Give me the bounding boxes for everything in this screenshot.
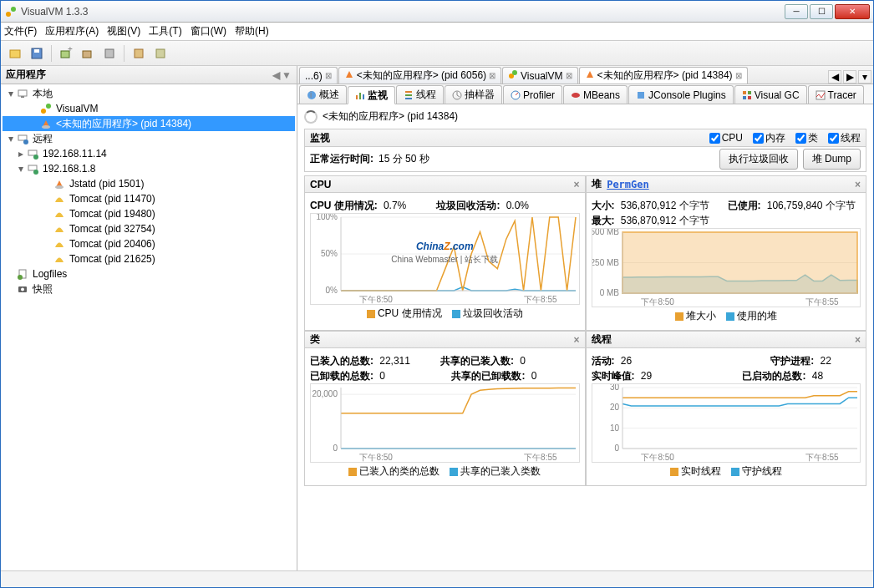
tab-more[interactable]: ...6)⊠ <box>299 67 338 84</box>
tree-node-tomcat3[interactable]: Tomcat (pid 32754) <box>3 221 295 236</box>
detach-button[interactable] <box>151 44 170 63</box>
tab-visualvm[interactable]: VisualVM⊠ <box>502 67 577 84</box>
close-icon[interactable]: ⊠ <box>566 71 572 80</box>
svg-rect-4 <box>34 49 39 53</box>
subtab-sampler[interactable]: 抽样器 <box>445 85 502 104</box>
open-snapshot-button[interactable] <box>6 44 24 63</box>
check-mem[interactable]: 内存 <box>753 131 785 145</box>
classes-chart: 020,000下午8:50下午8:55 <box>310 383 580 463</box>
minimize-button[interactable]: ─ <box>785 4 808 19</box>
tree-node-tomcat5[interactable]: Tomcat (pid 21625) <box>3 251 295 266</box>
maximize-button[interactable]: ☐ <box>810 4 833 19</box>
svg-text:20,000: 20,000 <box>312 389 338 398</box>
heap-dump-button[interactable]: 堆 Dump <box>803 149 861 170</box>
app-icon <box>4 5 18 18</box>
svg-rect-43 <box>638 92 644 99</box>
menu-app[interactable]: 应用程序(A) <box>45 24 99 38</box>
attach-button[interactable] <box>130 44 148 63</box>
tree-node-tomcat2[interactable]: Tomcat (pid 19480) <box>3 206 295 221</box>
svg-text:0 MB: 0 MB <box>599 288 619 297</box>
tab-unknown14384[interactable]: <未知的应用程序> (pid 14384)⊠ <box>579 67 748 84</box>
heap-chart: 0 MB250 MB500 MB下午8:50下午8:55 <box>592 228 861 307</box>
subtab-mbeans[interactable]: MBeans <box>563 85 628 104</box>
menu-help[interactable]: 帮助(H) <box>235 24 269 38</box>
sidebar-title: 应用程序 <box>6 68 46 82</box>
tab-unknown6056[interactable]: <未知的应用程序> (pid 6056)⊠ <box>338 67 501 84</box>
svg-text:50%: 50% <box>321 249 338 258</box>
tree-node-unknown-local[interactable]: <未知的应用程序> (pid 14384) <box>3 116 295 131</box>
subtab-jconsole[interactable]: JConsole Plugins <box>628 85 734 104</box>
sidebar-menu-icon[interactable]: ▼ <box>282 69 292 81</box>
tabs-list-icon[interactable]: ▾ <box>858 70 871 84</box>
close-icon[interactable]: × <box>855 334 861 346</box>
close-icon[interactable]: × <box>573 179 579 190</box>
subtab-threads[interactable]: 线程 <box>396 85 444 104</box>
svg-text:下午8:55: 下午8:55 <box>524 453 557 462</box>
tree-node-jstatd[interactable]: Jstatd (pid 1501) <box>3 176 295 191</box>
tabs-prev-icon[interactable]: ◀ <box>828 70 841 84</box>
menu-file[interactable]: 文件(F) <box>4 24 37 38</box>
svg-text:20: 20 <box>609 403 619 412</box>
add-local-button[interactable]: + <box>57 44 75 63</box>
gc-button[interactable]: 执行垃圾回收 <box>719 149 798 170</box>
tree-node-visualvm[interactable]: VisualVM <box>3 101 295 116</box>
svg-point-1 <box>11 7 16 12</box>
svg-point-42 <box>572 93 580 98</box>
cpu-panel: CPU× CPU 使用情况: 0.7% 垃圾回收活动: 0.0% 0%50%10… <box>304 175 586 331</box>
svg-point-24 <box>18 275 23 280</box>
save-button[interactable] <box>28 44 46 63</box>
svg-rect-11 <box>18 90 27 96</box>
svg-point-0 <box>6 12 11 17</box>
svg-line-39 <box>457 95 460 97</box>
svg-text:0%: 0% <box>326 286 338 295</box>
check-cpu[interactable]: CPU <box>709 131 743 145</box>
heap-title: 堆 <box>592 177 602 191</box>
tree-node-host1[interactable]: ▸192.168.11.14 <box>3 146 295 161</box>
check-class[interactable]: 类 <box>795 131 818 145</box>
subtab-overview[interactable]: i概述 <box>299 85 347 104</box>
permgen-link[interactable]: PermGen <box>607 179 649 190</box>
java-icon <box>585 69 595 82</box>
java-icon <box>344 69 354 82</box>
svg-text:下午8:55: 下午8:55 <box>805 297 839 307</box>
close-icon[interactable]: ⊠ <box>489 71 495 80</box>
sidebar-collapse-icon[interactable]: ◀ <box>272 69 280 81</box>
content-area: ...6)⊠ <未知的应用程序> (pid 6056)⊠ VisualVM⊠ <… <box>297 66 873 570</box>
menu-tools[interactable]: 工具(T) <box>149 24 181 38</box>
subtab-visualgc[interactable]: Visual GC <box>734 85 807 104</box>
close-icon[interactable]: × <box>573 334 579 346</box>
tree-node-logfiles[interactable]: Logfiles <box>3 266 295 281</box>
tree-node-tomcat4[interactable]: Tomcat (pid 20406) <box>3 236 295 251</box>
add-host-button[interactable] <box>100 44 119 63</box>
subtab-profiler[interactable]: Profiler <box>503 85 562 104</box>
status-bar <box>1 570 873 587</box>
tree-node-local[interactable]: ▾本地 <box>3 86 295 101</box>
add-jmx-button[interactable] <box>79 44 97 63</box>
tree-node-tomcat1[interactable]: Tomcat (pid 11470) <box>3 191 295 206</box>
close-icon[interactable]: × <box>855 179 861 190</box>
close-icon[interactable]: ⊠ <box>325 71 332 80</box>
close-icon[interactable]: ⊠ <box>735 71 742 80</box>
svg-rect-9 <box>135 49 143 58</box>
subtab-monitor[interactable]: 监视 <box>348 86 395 104</box>
svg-point-26 <box>21 288 24 291</box>
svg-rect-46 <box>743 96 746 99</box>
svg-text:500 MB: 500 MB <box>592 229 619 236</box>
svg-point-22 <box>55 185 64 189</box>
menu-view[interactable]: 视图(V) <box>107 24 140 38</box>
uptime-value: 15 分 50 秒 <box>379 152 429 166</box>
close-button[interactable]: ✕ <box>835 4 870 19</box>
tabs-next-icon[interactable]: ▶ <box>843 70 856 84</box>
tree-node-remote[interactable]: ▾远程 <box>3 131 295 146</box>
svg-text:下午8:50: 下午8:50 <box>359 295 393 304</box>
check-thread[interactable]: 线程 <box>828 131 861 145</box>
subtab-tracer[interactable]: Tracer <box>808 85 864 104</box>
svg-rect-47 <box>748 96 751 99</box>
tree-node-snapshot[interactable]: 快照 <box>3 281 295 297</box>
svg-point-14 <box>46 104 51 109</box>
window-title: VisualVM 1.3.3 <box>21 6 785 18</box>
svg-rect-44 <box>743 91 746 94</box>
tree-node-host2[interactable]: ▾192.168.1.8 <box>3 161 295 176</box>
separator <box>51 45 52 62</box>
menu-window[interactable]: 窗口(W) <box>191 24 226 38</box>
